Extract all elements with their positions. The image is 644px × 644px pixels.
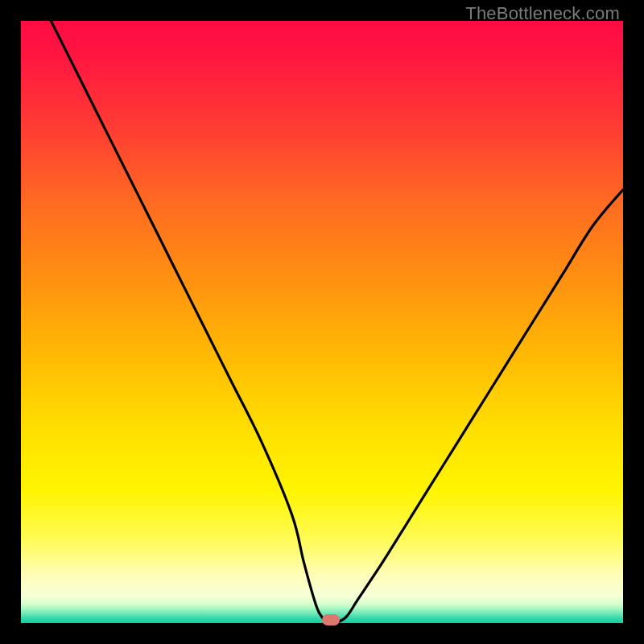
chart-frame [21,21,623,623]
optimal-point-marker [322,614,340,625]
bottleneck-curve [21,21,623,623]
